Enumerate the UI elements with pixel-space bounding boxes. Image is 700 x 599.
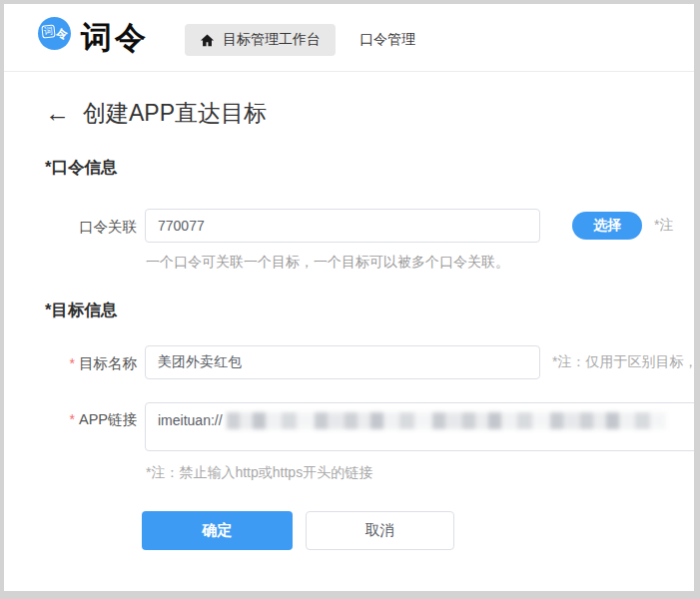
required-asterisk: * [70,355,75,371]
password-side-note: *注 [654,217,673,235]
brand-logo-icon[interactable]: 词 令 [38,17,71,50]
app-link-label-text: APP链接 [79,411,137,427]
home-icon [200,33,215,48]
nav-item-label: 目标管理工作台 [223,31,321,49]
nav-item-password-management[interactable]: 口令管理 [359,31,415,49]
brand-name: 词令 [81,17,149,59]
field-label-app-link: *APP链接 [4,410,137,429]
app-link-value: imeituan:// [158,411,223,429]
cancel-button[interactable]: 取消 [306,511,454,550]
target-name-note: *注：仅用于区别目标， [552,353,694,371]
select-button[interactable]: 选择 [572,212,642,240]
section-heading-target-info: *目标信息 [45,300,117,321]
censored-mosaic [227,412,666,429]
password-helper-text: 一个口令可关联一个目标，一个目标可以被多个口令关联。 [146,254,509,272]
required-asterisk: * [70,411,75,427]
back-arrow-icon[interactable]: ← [45,99,70,127]
confirm-button[interactable]: 确定 [142,511,293,550]
app-link-input[interactable]: imeituan:// [145,402,694,451]
app-link-note: *注：禁止输入http或https开头的链接 [146,464,372,482]
field-label-target-name: *目标名称 [4,354,137,373]
page-title: 创建APP直达目标 [83,99,267,127]
main-nav: 目标管理工作台 口令管理 [185,24,415,56]
logo-plain-char: 令 [55,25,69,43]
app-window: 词 令 词令 目标管理工作台 口令管理 ← 创建APP直达目标 *口令信息 口令… [4,4,694,591]
target-name-label-text: 目标名称 [79,355,137,371]
nav-item-target-workbench[interactable]: 目标管理工作台 [185,24,336,56]
field-label-password-link: 口令关联 [4,218,137,237]
target-name-input[interactable] [145,345,540,379]
page-title-row: ← 创建APP直达目标 [45,99,267,127]
password-link-input[interactable] [145,209,540,243]
top-header: 词 令 词令 目标管理工作台 口令管理 [4,4,694,72]
section-heading-password-info: *口令信息 [45,157,117,179]
logo-badge-char: 词 [41,24,55,38]
